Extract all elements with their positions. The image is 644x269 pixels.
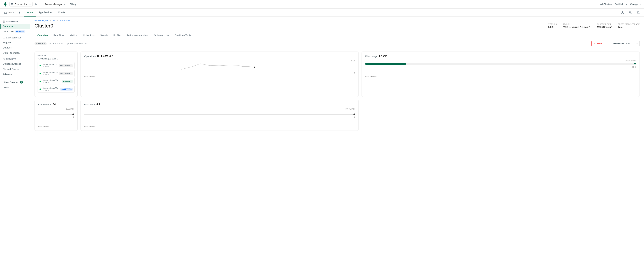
svg-point-4 <box>36 4 37 5</box>
nav-separator: | <box>40 3 41 5</box>
disk-usage-bar <box>365 63 636 65</box>
tab-search[interactable]: Search <box>98 32 110 39</box>
configuration-button[interactable]: CONFIGURATION <box>609 41 632 46</box>
operations-value: R: 1.4 W: 0.5 <box>97 55 113 58</box>
shard-item-1: cluster...shard-00-01.nadl... SECONDARY <box>38 70 74 77</box>
tab-metrics[interactable]: Metrics <box>67 32 80 39</box>
tab-collections[interactable]: Collections <box>80 32 98 39</box>
operations-header: Operations R: 1.4 W: 0.5 <box>84 55 355 58</box>
monitor-icon <box>3 37 5 39</box>
project-selector[interactable]: test <box>3 10 16 14</box>
second-nav-right <box>620 10 641 15</box>
sidebar-bottom: New On Atlas 2 Goto <box>0 80 30 90</box>
get-help-chevron <box>626 3 627 5</box>
dashboard: REGION N. Virginia (us-east-1) cluster..… <box>30 48 644 134</box>
sub-nav: Overview Real Time Metrics Collections S… <box>30 32 644 39</box>
backup-info: BACKUP: INACTIVE <box>67 42 88 45</box>
shard-item-2: cluster...shard-00-02.nadl... PRIMARY <box>38 78 74 85</box>
shard-badge-1: SECONDARY <box>59 72 72 75</box>
cluster-tier: CLUSTER TIER M10 (General) <box>597 23 612 28</box>
access-manager-link[interactable]: Access Manager <box>43 2 67 6</box>
tab-charts[interactable]: Charts <box>55 9 68 16</box>
grid-icon <box>11 3 14 5</box>
sidebar-item-data-lake[interactable]: Data Lake PREVIEW <box>0 29 30 34</box>
sidebar-item-data-federation[interactable]: Data Federation <box>0 50 30 55</box>
person-add-icon[interactable] <box>628 10 633 15</box>
sidebar-item-advanced[interactable]: Advanced <box>0 72 30 77</box>
user-menu[interactable]: George <box>630 3 641 5</box>
breadcrumb-org[interactable]: FIVETRAN, INC. <box>34 19 50 21</box>
project-chevron <box>13 12 14 13</box>
tab-performance-advisor[interactable]: Performance Advisor <box>124 32 151 39</box>
sidebar-item-network-access[interactable]: Network Access <box>0 66 30 72</box>
tab-cmd-line-tools[interactable]: Cmd Line Tools <box>172 32 194 39</box>
replica-set-info: REPLICA SET <box>49 42 64 45</box>
connections-title: Connections <box>38 103 51 106</box>
connections-max: 1500 max <box>66 108 74 110</box>
svg-rect-12 <box>3 59 5 60</box>
tab-atlas[interactable]: Atlas <box>24 9 36 16</box>
lock-icon <box>3 58 5 60</box>
sidebar-section-deployment: DEPLOYMENT Database Data Lake PREVIEW <box>0 19 30 34</box>
disk-usage-min: 0.0 B <box>632 66 636 68</box>
mongodb-logo <box>3 2 8 7</box>
more-icon[interactable] <box>18 11 21 14</box>
svg-rect-0 <box>11 3 12 4</box>
operations-title: Operations <box>84 55 96 58</box>
shard-badge-3: ANALYTICS <box>60 88 72 91</box>
disk-iops-indicator <box>354 113 355 115</box>
get-help-link[interactable]: Get Help <box>615 3 627 5</box>
top-nav-right: All Clusters Get Help George <box>600 3 641 5</box>
disk-iops-header: Disk IOPS 4.7 <box>84 103 355 106</box>
second-nav-tabs: Atlas App Services Charts <box>24 9 68 16</box>
svg-rect-3 <box>12 4 13 5</box>
shard-status-dot <box>40 81 41 82</box>
cluster-meta: VERSION 5.0.9 REGION AWS N. Virginia (us… <box>548 23 640 28</box>
connections-min: 0 <box>73 116 74 118</box>
svg-rect-11 <box>3 37 5 38</box>
connections-bar <box>38 114 74 115</box>
svg-rect-2 <box>11 4 12 5</box>
disk-iops-max: 3000.0 max <box>346 108 355 110</box>
disk-usage-fill <box>365 63 406 65</box>
preview-badge: PREVIEW <box>15 30 25 33</box>
sidebar-item-database[interactable]: Database <box>0 24 30 29</box>
breadcrumb-project[interactable]: TEST <box>52 19 56 21</box>
org-selector[interactable]: Fivetran, Inc. <box>9 2 32 6</box>
database-icon <box>3 20 5 23</box>
billing-link[interactable]: Billing <box>68 2 77 6</box>
sidebar-item-new-on-atlas[interactable]: New On Atlas 2 <box>2 80 28 85</box>
disk-iops-value: 4.7 <box>96 103 100 106</box>
sidebar-item-data-api[interactable]: Data API <box>0 45 30 50</box>
project-name: test <box>8 11 12 14</box>
bell-icon[interactable] <box>636 10 641 15</box>
tab-app-services[interactable]: App Services <box>36 9 55 16</box>
connect-button[interactable]: CONNECT <box>591 41 607 46</box>
folder-icon <box>4 11 7 14</box>
region-location: N. Virginia (us-east-1) <box>38 57 74 60</box>
tab-profiler[interactable]: Profiler <box>110 32 124 39</box>
disk-usage-value: 1.5 GB <box>378 55 387 58</box>
top-nav: Fivetran, Inc. | Access Manager Billing … <box>0 0 644 9</box>
tab-online-archive[interactable]: Online Archive <box>151 32 172 39</box>
svg-point-5 <box>19 11 20 12</box>
tab-real-time[interactable]: Real Time <box>51 32 67 39</box>
svg-point-14 <box>50 43 50 44</box>
shard-badge-0: SECONDARY <box>59 64 72 67</box>
cluster-header: Cluster0 VERSION 5.0.9 REGION AWS N. Vir… <box>30 22 644 32</box>
disk-iops-title: Disk IOPS <box>84 103 95 106</box>
tab-overview[interactable]: Overview <box>34 32 51 39</box>
settings-icon[interactable] <box>34 2 38 6</box>
people-icon[interactable] <box>620 10 625 15</box>
breadcrumb-databases[interactable]: DATABASES <box>58 19 70 21</box>
operations-footer: Last 6 Hours <box>84 76 355 78</box>
sidebar-item-goto[interactable]: Goto <box>2 85 28 90</box>
all-clusters-link[interactable]: All Clusters <box>600 3 612 5</box>
shard-status-dot <box>40 73 41 74</box>
sidebar-item-database-access[interactable]: Database Access <box>0 61 30 66</box>
operations-chart: 1.4/s 0 <box>84 60 355 74</box>
more-actions-button[interactable]: ··· <box>634 41 640 46</box>
operations-svg <box>84 60 355 72</box>
org-name: Fivetran, Inc. <box>14 3 28 5</box>
sidebar-item-triggers[interactable]: Triggers <box>0 40 30 45</box>
